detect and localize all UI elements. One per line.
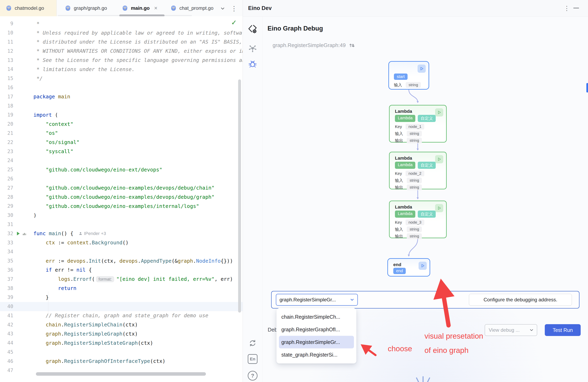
node-row: 输出string: [395, 137, 422, 144]
parameter-hint-inlay: format:: [96, 276, 114, 282]
editor-vertical-scrollbar[interactable]: [238, 79, 241, 313]
panel-title: Eino Dev: [248, 5, 272, 11]
configure-address-button[interactable]: Configure the debugging address.: [469, 294, 572, 306]
code-line: 34: [0, 247, 243, 256]
gutter: 22: [0, 139, 33, 145]
help-label: ?: [248, 371, 257, 381]
code-text: "os": [33, 130, 243, 136]
code-line: 39 }: [0, 293, 243, 302]
code-line: 27 "github.com/cloudwego/eino-examples/d…: [0, 183, 243, 192]
code-line: 23 "syscall": [0, 147, 243, 156]
code-text: "os/signal": [33, 139, 243, 145]
line-number: 35: [0, 258, 13, 264]
gutter: 12: [0, 48, 33, 54]
node-run-icon[interactable]: [435, 204, 443, 212]
code-text: ): [33, 212, 243, 218]
code-text: * See the License for the specific langu…: [33, 57, 243, 63]
sort-order-icon[interactable]: [349, 42, 355, 48]
code-line: 37 logs.Errorf(format:"[eino dev] init f…: [0, 274, 243, 284]
graph-select[interactable]: graph.RegisterSimpleGr...: [276, 294, 358, 306]
code-text: *: [33, 21, 243, 27]
graph-node-lambda-2[interactable]: LambdaLambda自定义 Keynode_2 输入string 输出str…: [389, 152, 447, 189]
code-line: 25 "github.com/cloudwego/eino-ext/devops…: [0, 165, 243, 174]
code-line: 42 chain.RegisterSimpleChain(ctx): [0, 320, 243, 329]
code-text: if err != nil {: [33, 267, 243, 273]
dropdown-option[interactable]: graph.RegisterSimpleGr...: [279, 336, 354, 348]
gutter: 23: [0, 149, 33, 154]
language-toggle-icon[interactable]: En: [248, 354, 258, 364]
node-row-value: string: [407, 131, 422, 136]
gutter: 15: [0, 76, 33, 81]
gutter: 10: [0, 30, 33, 36]
dropdown-option[interactable]: chain.RegisterSimpleCh...: [279, 310, 354, 323]
code-text: * limitations under the License.: [33, 66, 243, 72]
node-run-icon[interactable]: [418, 65, 426, 73]
node-run-icon[interactable]: [419, 262, 427, 270]
panel-scrollbar-thumb[interactable]: [586, 83, 588, 93]
inspections-ok-icon[interactable]: ✓: [231, 19, 237, 26]
line-number: 26: [0, 176, 13, 182]
debug-target[interactable]: graph.RegisterSimpleGraph:49: [273, 42, 355, 48]
line-number: 15: [0, 76, 13, 81]
code-line: 21 "os": [0, 129, 243, 138]
code-vision-authors[interactable]: IPender +3: [79, 231, 106, 236]
node-row-label: 输出: [395, 185, 403, 190]
line-number: 46: [0, 358, 13, 364]
code-line: 18: [0, 101, 243, 110]
dropdown-option[interactable]: state_graph.RegisterSi...: [279, 348, 354, 361]
gutter: 46: [0, 358, 33, 364]
node-row: 输出string: [395, 232, 422, 240]
code-line: 32func main() {IPender +3: [0, 229, 243, 238]
tab-graph-graph-go[interactable]: graph/graph.go: [65, 0, 107, 16]
dropdown-option[interactable]: graph.RegisterGraphOfI...: [279, 323, 354, 336]
node-run-icon[interactable]: [435, 155, 443, 163]
line-number: 38: [0, 286, 13, 291]
node-badges: Lambda自定义: [395, 210, 436, 218]
code-text: "github.com/cloudwego/eino-examples/devo…: [33, 185, 243, 191]
gutter: 24: [0, 158, 33, 163]
node-row: 输入string: [395, 130, 422, 137]
node-badge: Lambda: [395, 162, 415, 169]
debug-bug-icon[interactable]: [248, 59, 258, 69]
graph-node-lambda-3[interactable]: LambdaLambda自定义 Keynode_3 输入string 输出str…: [389, 201, 447, 238]
run-button[interactable]: [16, 231, 21, 236]
gutter: 47: [0, 367, 33, 373]
graph-node-end[interactable]: endend: [387, 258, 430, 277]
gutter: 28: [0, 194, 33, 200]
panel-options-kebab-icon[interactable]: ⋮: [563, 4, 570, 12]
run-history-icon[interactable]: [22, 231, 27, 236]
code-text: return: [33, 285, 243, 291]
test-run-button[interactable]: Test Run: [545, 324, 581, 336]
node-run-icon[interactable]: [435, 108, 443, 116]
code-line: 10 * Unless required by applicable law o…: [0, 28, 243, 38]
annotation-note-line1: visual presetation: [424, 332, 483, 341]
code-editor[interactable]: 9 *10 * Unless required by applicable la…: [0, 16, 243, 377]
gutter: 32: [0, 231, 33, 236]
graph-node-start[interactable]: start 输入string: [388, 61, 429, 90]
line-number: 9: [0, 21, 13, 26]
node-row-value: node_1: [405, 124, 424, 130]
panel-minimize-icon[interactable]: [573, 8, 579, 8]
eino-logo-icon[interactable]: [248, 24, 258, 34]
app-window: chatmodel.go graph/graph.go main.go × ch…: [0, 0, 588, 382]
refresh-icon[interactable]: [248, 338, 258, 348]
editor-horizontal-scrollbar[interactable]: [36, 372, 206, 376]
view-debug-select[interactable]: View debug ...: [485, 324, 537, 336]
debug-address-label-partial: Deb: [268, 327, 277, 333]
node-badge: 自定义: [418, 210, 436, 218]
tab-list-chevron-icon[interactable]: [219, 4, 227, 13]
editor-options-kebab-icon[interactable]: ⋮: [230, 4, 238, 13]
graph-node-lambda-1[interactable]: LambdaLambda自定义 Keynode_1 输入string 输出str…: [389, 105, 447, 143]
close-icon[interactable]: ×: [154, 5, 157, 11]
tab-chat-prompt-go[interactable]: chat_prompt.go: [170, 0, 213, 16]
tab-chatmodel-go[interactable]: chatmodel.go: [0, 0, 57, 16]
line-number: 11: [0, 39, 13, 45]
line-number: 44: [0, 340, 13, 346]
indent-guide: [48, 292, 48, 314]
graph-nodes-icon[interactable]: [248, 43, 258, 53]
go-file-icon: [6, 5, 12, 11]
help-icon[interactable]: ?: [248, 371, 258, 381]
tab-main-go[interactable]: main.go ×: [122, 0, 157, 16]
code-line: 41 // Register chain, graph and state_gr…: [0, 311, 243, 320]
code-line: 35 err := devops.Init(ctx, devops.Append…: [0, 256, 243, 266]
